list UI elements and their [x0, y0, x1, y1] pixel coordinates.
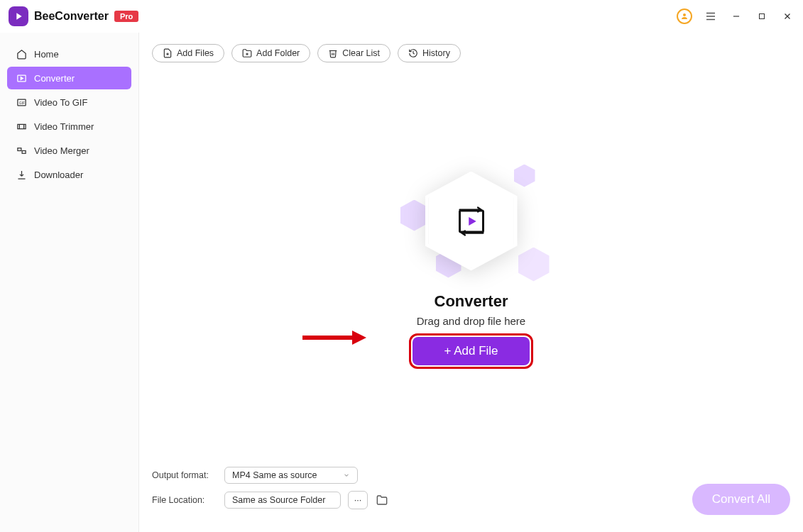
deco-hex-icon — [400, 200, 429, 231]
output-format-label: Output format: — [152, 470, 217, 480]
tool-btn-label: Add Files — [177, 48, 214, 58]
svg-rect-11 — [17, 124, 25, 128]
content-area: Add Files Add Folder Clear List History — [139, 33, 803, 532]
svg-rect-5 — [760, 14, 765, 19]
svg-point-0 — [683, 13, 686, 16]
sidebar-item-label: Converter — [34, 73, 75, 84]
sidebar-item-video-to-gif[interactable]: GIF Video To GIF — [7, 91, 131, 113]
add-file-highlight: + Add File — [413, 337, 529, 365]
history-button[interactable]: History — [398, 44, 461, 62]
download-icon — [16, 169, 27, 180]
annotation-arrow-icon — [302, 331, 373, 345]
open-folder-button[interactable] — [375, 493, 389, 507]
svg-rect-15 — [22, 150, 26, 153]
sidebar: Home Converter GIF Video To GIF Video Tr… — [0, 33, 139, 532]
file-location-value: Same as Source Folder — [232, 495, 325, 505]
window-controls — [677, 9, 794, 24]
sidebar-item-label: Home — [34, 49, 59, 60]
pro-badge: Pro — [114, 11, 138, 22]
toolbar: Add Files Add Folder Clear List History — [139, 33, 803, 62]
svg-rect-14 — [17, 148, 21, 150]
add-files-button[interactable]: Add Files — [152, 44, 224, 62]
sidebar-item-label: Downloader — [34, 170, 83, 180]
deco-hex-icon — [518, 248, 550, 282]
app-logo — [9, 6, 28, 26]
illustration — [379, 157, 564, 285]
maximize-button[interactable] — [755, 9, 769, 23]
titlebar: BeeConverter Pro — [0, 0, 803, 33]
file-location-browse-button[interactable]: ··· — [348, 491, 368, 509]
drop-area[interactable]: Converter Drag and drop file here + Add … — [139, 62, 803, 460]
folder-plus-icon — [242, 48, 252, 58]
sidebar-item-label: Video Merger — [34, 145, 89, 156]
sidebar-item-label: Video Trimmer — [34, 121, 94, 132]
sidebar-item-downloader[interactable]: Downloader — [7, 163, 131, 186]
output-format-select[interactable]: MP4 Same as source — [224, 467, 358, 484]
converter-icon — [16, 72, 27, 84]
sidebar-item-converter[interactable]: Converter — [7, 67, 131, 89]
clear-list-button[interactable]: Clear List — [317, 44, 390, 62]
more-icon: ··· — [354, 495, 361, 505]
merger-icon — [16, 145, 27, 156]
user-icon[interactable] — [677, 9, 692, 24]
add-file-button[interactable]: + Add File — [413, 337, 529, 365]
minimize-button[interactable] — [729, 9, 743, 23]
add-folder-button[interactable]: Add Folder — [231, 44, 310, 62]
svg-text:GIF: GIF — [18, 101, 24, 105]
tool-btn-label: Add Folder — [256, 48, 300, 58]
sidebar-item-home[interactable]: Home — [7, 43, 131, 65]
output-format-value: MP4 Same as source — [232, 470, 317, 480]
app-title: BeeConverter — [34, 10, 109, 23]
sidebar-item-video-merger[interactable]: Video Merger — [7, 139, 131, 162]
file-location-label: File Location: — [152, 495, 217, 505]
close-button[interactable] — [780, 9, 794, 23]
folder-icon — [376, 494, 388, 506]
drop-subtitle: Drag and drop file here — [417, 315, 525, 327]
convert-all-button[interactable]: Convert All — [692, 484, 790, 515]
sidebar-item-label: Video To GIF — [34, 97, 87, 108]
home-icon — [16, 48, 27, 60]
file-plus-icon — [163, 48, 173, 58]
trash-icon — [328, 48, 338, 58]
trimmer-icon — [16, 121, 27, 132]
tool-btn-label: History — [422, 48, 450, 58]
chevron-down-icon — [343, 472, 350, 479]
file-location-input[interactable]: Same as Source Folder — [224, 492, 341, 509]
drop-title: Converter — [435, 292, 508, 311]
hamburger-menu-icon[interactable] — [704, 9, 718, 23]
history-icon — [408, 48, 418, 58]
gif-icon: GIF — [16, 96, 27, 108]
sidebar-item-video-trimmer[interactable]: Video Trimmer — [7, 115, 131, 138]
tool-btn-label: Clear List — [342, 48, 380, 58]
